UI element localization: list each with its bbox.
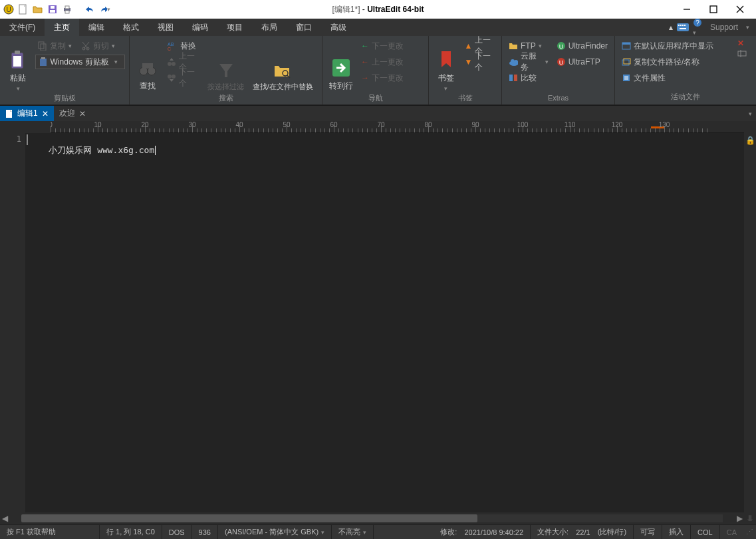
- cloud-button[interactable]: 云服务▾: [506, 55, 551, 69]
- cut-button[interactable]: 剪切▾: [78, 39, 118, 53]
- status-codepage: 936: [192, 525, 218, 539]
- resize-grip-icon[interactable]: ⋰: [743, 528, 756, 536]
- split-down-icon[interactable]: ⥥: [744, 514, 756, 523]
- tab-edit1[interactable]: 编辑1 ✕: [0, 106, 54, 121]
- svg-rect-15: [680, 25, 682, 26]
- menu-encoding[interactable]: 编码: [183, 19, 217, 36]
- code-editor[interactable]: 小刀娱乐网 www.x6g.com: [25, 133, 744, 512]
- app-logo-icon: U: [3, 3, 15, 15]
- menu-layout[interactable]: 布局: [252, 19, 287, 36]
- menu-view[interactable]: 视图: [148, 19, 183, 36]
- undo-icon[interactable]: [84, 3, 96, 15]
- text-caret: [155, 146, 156, 155]
- goto-button[interactable]: 转到行: [326, 39, 356, 92]
- editor-content: 小刀娱乐网 www.x6g.com: [49, 145, 154, 155]
- cloud-icon: [509, 58, 518, 66]
- horizontal-scrollbar[interactable]: ◀ ▶ ⥥: [0, 512, 756, 524]
- menu-advanced[interactable]: 高级: [321, 19, 356, 36]
- status-readwrite[interactable]: 可写: [634, 525, 662, 539]
- ribbon-group-extras: FTP▾ 云服务▾ 比较 UUltraFinder UUltraFTP Extr…: [502, 36, 615, 104]
- tablist-dropdown-icon[interactable]: ▾: [749, 110, 752, 117]
- status-insert-mode[interactable]: 插入: [662, 525, 691, 539]
- next-change-top-button[interactable]: ←下一更改: [358, 39, 406, 53]
- ribbon-group-label: 搜索: [134, 92, 318, 106]
- scroll-right-icon[interactable]: ▶: [735, 514, 744, 523]
- minimize-button[interactable]: [679, 3, 695, 16]
- menu-file[interactable]: 文件(F): [0, 19, 45, 36]
- menu-format[interactable]: 格式: [114, 19, 148, 36]
- clipboard-small-icon: [39, 57, 48, 67]
- prev-change-button[interactable]: ←上一更改: [358, 55, 406, 69]
- tab-label: 编辑1: [17, 108, 38, 119]
- collapse-ribbon-icon[interactable]: ▴: [669, 23, 673, 32]
- next-change-button[interactable]: →下一更改: [358, 71, 406, 85]
- support-link[interactable]: Support: [706, 23, 742, 32]
- help-icon[interactable]: ?▾: [693, 18, 702, 37]
- svg-rect-18: [680, 28, 686, 29]
- print-icon[interactable]: [61, 3, 73, 15]
- status-encoding[interactable]: (ANSI/OEM - 简体中文 GBK)▾: [218, 525, 332, 539]
- arrow-right-red-icon: →: [361, 73, 369, 83]
- svg-rect-61: [738, 51, 746, 56]
- ribbon-group-label: 书签: [433, 92, 497, 106]
- scroll-thumb[interactable]: [21, 514, 477, 522]
- save-icon[interactable]: [47, 3, 59, 15]
- open-default-app-button[interactable]: 在默认应用程序中显示: [619, 39, 725, 53]
- maximize-button[interactable]: [705, 3, 721, 16]
- menu-home[interactable]: 主页: [45, 19, 79, 36]
- rename-icon[interactable]: [737, 49, 752, 57]
- copy-path-button[interactable]: 复制文件路径/名称: [619, 55, 725, 69]
- file-properties-button[interactable]: 文件属性: [619, 71, 725, 85]
- ribbon-group-label: 剪贴板: [4, 92, 125, 106]
- svg-point-45: [511, 59, 515, 63]
- menu-edit[interactable]: 编辑: [79, 19, 114, 36]
- svg-rect-10: [710, 6, 717, 13]
- window-controls: [679, 3, 753, 16]
- find-in-files-button[interactable]: 查找/在文件中替换: [247, 39, 318, 92]
- ultraftp-button[interactable]: UUltraFTP: [554, 55, 610, 69]
- status-highlight[interactable]: 不高亮▾: [332, 525, 374, 539]
- redo-icon[interactable]: ▾: [98, 3, 110, 15]
- next-bookmark-button[interactable]: ▼下一个: [461, 55, 497, 69]
- arrow-left-icon: ←: [361, 41, 369, 51]
- bookmark-button[interactable]: 书签 ▾: [433, 39, 459, 92]
- close-button[interactable]: [732, 3, 748, 16]
- titlebar: U ▾ [编辑1*] - UltraEdit 64-bit: [0, 0, 756, 19]
- find-button[interactable]: 查找: [134, 39, 162, 92]
- svg-rect-7: [65, 6, 69, 9]
- svg-rect-48: [514, 75, 517, 81]
- menu-project[interactable]: 项目: [217, 19, 252, 36]
- svg-rect-16: [682, 25, 684, 26]
- paste-button[interactable]: 粘贴 ▾: [4, 39, 33, 92]
- menu-window[interactable]: 窗口: [287, 19, 321, 36]
- keyboard-icon[interactable]: [677, 23, 689, 31]
- lock-icon[interactable]: 🔒: [745, 136, 755, 145]
- ultrafinder-icon: U: [557, 41, 566, 51]
- status-column-mode[interactable]: COL: [691, 525, 720, 539]
- scroll-track[interactable]: [21, 514, 723, 522]
- arrow-down-icon: ▼: [464, 57, 472, 67]
- filter-button[interactable]: 按选择过滤: [207, 39, 245, 92]
- close-file-icon[interactable]: ✕: [737, 39, 752, 48]
- close-tab-icon[interactable]: ✕: [42, 109, 49, 118]
- clipboard-combo-label: Windows 剪贴板: [51, 57, 109, 68]
- ultrafinder-button[interactable]: UUltraFinder: [554, 39, 610, 53]
- new-file-icon[interactable]: [17, 3, 29, 15]
- open-file-icon[interactable]: [32, 3, 44, 15]
- support-dropdown-icon[interactable]: ▾: [746, 24, 749, 31]
- compare-button[interactable]: 比较: [506, 71, 551, 85]
- line-number-gutter: 1: [0, 133, 25, 512]
- clipboard-combo[interactable]: Windows 剪贴板 ▾: [35, 55, 125, 69]
- ribbon-group-search: 查找 ABC替换 上一个 下一个 按选择过滤 查找/在文件中替换 搜索: [130, 36, 322, 104]
- scroll-left-icon[interactable]: ◀: [0, 514, 9, 523]
- ribbon-group-activefile: 在默认应用程序中显示 复制文件路径/名称 文件属性 ✕ 活动文件: [615, 36, 756, 104]
- status-lineend[interactable]: DOS: [162, 525, 192, 539]
- svg-rect-47: [509, 75, 513, 81]
- next-match-button[interactable]: 下一个: [164, 71, 204, 85]
- compare-icon: [509, 74, 518, 82]
- copy-button[interactable]: 复制▾: [35, 39, 74, 53]
- close-tab-icon[interactable]: ✕: [79, 109, 86, 118]
- clipboard-icon: [9, 50, 27, 70]
- editor-area: 1 小刀娱乐网 www.x6g.com 🔒: [0, 133, 756, 512]
- tab-welcome[interactable]: 欢迎 ✕: [54, 106, 91, 121]
